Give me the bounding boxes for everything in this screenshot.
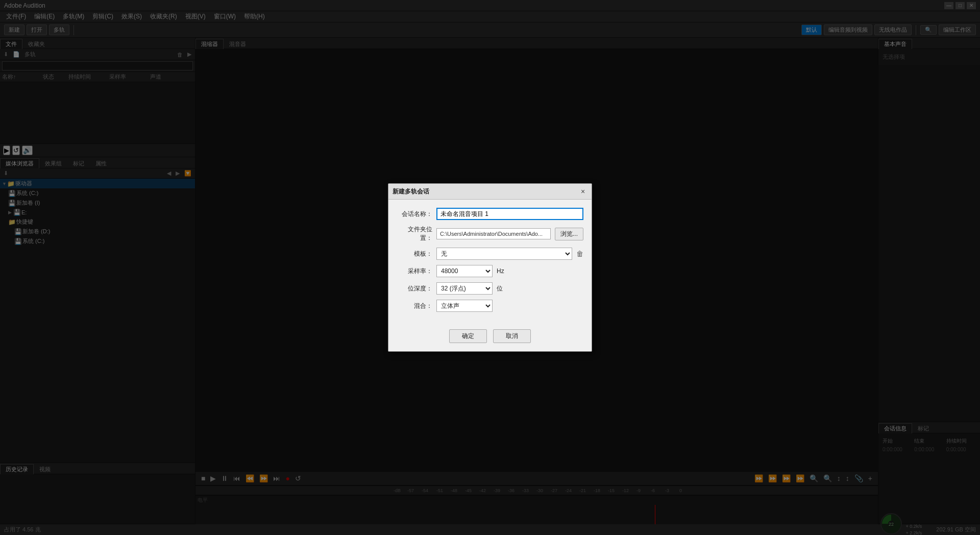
session-name-label: 会话名称： [397,210,432,218]
sample-rate-label: 采样率： [397,267,432,276]
ok-button[interactable]: 确定 [449,329,487,343]
session-name-input[interactable] [436,208,583,220]
template-row: 模板： 无 🗑 [397,248,583,260]
folder-location-row: 文件夹位置： C:\Users\Administrator\Documents\… [397,225,583,242]
bit-depth-label: 位深度： [397,284,432,293]
dialog-title: 新建多轨会话 [393,187,429,196]
bit-depth-unit: 位 [497,284,503,293]
bit-depth-select[interactable]: 32 (浮点) 24 16 [436,282,493,295]
cancel-button[interactable]: 取消 [493,329,531,343]
template-delete-btn[interactable]: 🗑 [576,250,583,258]
new-session-dialog: 新建多轨会话 × 会话名称： 文件夹位置： C:\Users\Administr… [388,183,592,352]
mix-row: 混合： 立体声 单声道 5.1环绕声 [397,300,583,312]
browse-button[interactable]: 浏览... [555,228,583,240]
folder-label: 文件夹位置： [397,225,432,242]
sample-rate-select[interactable]: 48000 44100 96000 [436,265,493,277]
dialog-titlebar: 新建多轨会话 × [388,184,592,200]
dialog-overlay: 新建多轨会话 × 会话名称： 文件夹位置： C:\Users\Administr… [0,0,980,535]
mix-label: 混合： [397,302,432,310]
sample-rate-unit: Hz [497,268,504,275]
session-name-row: 会话名称： [397,208,583,220]
template-label: 模板： [397,250,432,258]
mix-select[interactable]: 立体声 单声道 5.1环绕声 [436,300,493,312]
template-select[interactable]: 无 [436,248,572,260]
sample-rate-row: 采样率： 48000 44100 96000 Hz [397,265,583,277]
dialog-close-button[interactable]: × [578,187,587,196]
folder-path: C:\Users\Administrator\Documents\Ado... [436,228,551,239]
bit-depth-row: 位深度： 32 (浮点) 24 16 位 [397,282,583,295]
dialog-body: 会话名称： 文件夹位置： C:\Users\Administrator\Docu… [388,200,592,325]
dialog-footer: 确定 取消 [388,325,592,351]
